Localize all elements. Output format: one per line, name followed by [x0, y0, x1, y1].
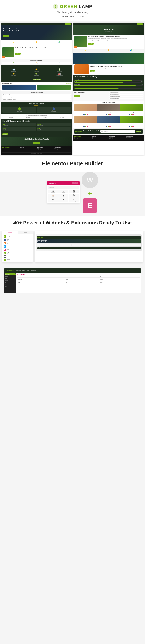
social-fb-3[interactable]: [129, 114, 130, 115]
footer-col2-item2[interactable]: About: [20, 150, 36, 150]
elementor-search[interactable]: Search Widget...: [48, 186, 79, 189]
faq-item-3[interactable]: What are benefits of wind energy?: [3, 98, 71, 100]
social-fb-6[interactable]: [129, 126, 130, 127]
widget-image-gallery[interactable]: ⊟ Image Gallery: [69, 198, 79, 202]
sc2-stat-solar-label: Solar Panel: [97, 52, 119, 52]
team-grid-row1: Mark Hobs Solar Expert Rebecca Joy Wind …: [74, 104, 142, 115]
faq-item-1[interactable]: What is renewable energy?: [3, 94, 71, 96]
sc1-footer: GREEN LAMP Solar & renewable energy serv…: [1, 146, 72, 155]
sidebar-dashboard[interactable]: Dashboard: [5, 274, 16, 275]
newsletter-submit-btn[interactable]: Subscribe: [136, 130, 141, 132]
social-ig-1[interactable]: [87, 114, 88, 115]
social-fb-5[interactable]: [106, 126, 107, 127]
hero-btn[interactable]: Read More: [3, 35, 9, 37]
widget-text-editor[interactable]: T Text Editor: [58, 190, 68, 194]
admin-nav-pages[interactable]: Pages: [22, 270, 25, 271]
cta-btn[interactable]: Get A Quote: [33, 142, 40, 144]
tab-elements[interactable]: Elements: [2, 231, 18, 234]
widget-row-text[interactable]: T Text Editor Basic: [3, 245, 32, 248]
footer-col2-item3[interactable]: Services: [20, 150, 36, 151]
widget-row-video[interactable]: Video Basic: [3, 248, 32, 252]
about-sub-btn[interactable]: Read More: [15, 53, 21, 54]
social-fb-1[interactable]: [83, 114, 84, 115]
social-ig-4[interactable]: [87, 126, 88, 127]
sidebar-media[interactable]: Media: [5, 280, 16, 282]
check-icon-3: ✓: [104, 40, 105, 40]
faq2-item-3[interactable]: What are wind energy benefits?: [109, 96, 143, 97]
widget-video-type: Basic: [7, 250, 9, 251]
faq2-item-2[interactable]: How does solar panel work?: [109, 94, 143, 95]
admin-main: GreenLamp Name Status Date Home Page Act…: [16, 272, 141, 293]
sc2-footer2-item1[interactable]: Home: [92, 137, 108, 138]
widget-row-heading[interactable]: H Heading Pro: [3, 235, 32, 238]
widget-inner-section[interactable]: ⊞ Inner Section: [48, 190, 58, 194]
social-tw-4[interactable]: [85, 126, 86, 127]
social-fb-2[interactable]: [106, 114, 107, 115]
sidebar-settings[interactable]: Settings: [5, 286, 16, 288]
admin-nav-appearance[interactable]: Appearance: [31, 270, 36, 271]
widget-row-counter[interactable]: 9 Counter Pro: [3, 258, 32, 262]
progress-biomass-label: Biomass Energy 65%: [74, 86, 142, 88]
brand-3: Brand3: [43, 117, 47, 118]
social-ig-6[interactable]: [132, 126, 134, 127]
sc2-nav-quote-btn[interactable]: Get A Quote: [137, 23, 142, 25]
years-btn[interactable]: Learn More: [90, 70, 95, 72]
about-learn-more-btn[interactable]: Learn More: [88, 43, 94, 45]
sc2-footer-col-4: Contact Address info@example.com: [126, 136, 142, 140]
admin-nav-plugins[interactable]: Plugins: [26, 270, 29, 271]
faq2-item-1[interactable]: What is renewable energy?: [109, 92, 143, 93]
sc2-features: ✓ Eco Friendly Solution ✓ Highly Talente…: [88, 40, 142, 40]
footer-col2-item1[interactable]: Home: [20, 148, 36, 149]
widget-image[interactable]: 🖼 Image: [69, 190, 79, 194]
sidebar-appearance[interactable]: Appearance: [5, 284, 16, 286]
nav-link-about[interactable]: About: [86, 24, 88, 24]
faq2-item-4[interactable]: How to install solar panels?: [109, 98, 143, 100]
sidebar-plugins[interactable]: Plugins: [5, 282, 16, 284]
nav-link-home[interactable]: Home: [83, 24, 85, 24]
newsletter-input[interactable]: Enter your email: [100, 130, 135, 133]
header: GREEN LAMP Gardening & Landscaping WordP…: [0, 0, 145, 21]
faq2-btn[interactable]: Contact Us: [74, 95, 80, 97]
widget-row-image[interactable]: Image Basic: [3, 242, 32, 245]
widget-icon[interactable]: ★ Icon: [58, 198, 68, 202]
sc2-footer2-item2[interactable]: About: [92, 138, 108, 139]
services-btn[interactable]: View All Services: [33, 78, 40, 80]
widget-button[interactable]: 🔘 Button: [69, 194, 79, 198]
team-role-3: Energy Consultant: [120, 113, 142, 114]
social-ig-5[interactable]: [109, 126, 111, 127]
check-icon-1: ✓: [88, 40, 88, 40]
social-tw-1[interactable]: [85, 114, 86, 115]
nav-quote-btn[interactable]: Get A Quote: [65, 23, 71, 25]
widget-image-box[interactable]: 🖼 Image Box: [48, 198, 58, 202]
feature-3: ✓ 24/7 Support Available: [104, 40, 112, 40]
nav-link-services[interactable]: Services: [88, 24, 92, 24]
social-tw-6[interactable]: [131, 126, 132, 127]
social-ig-3[interactable]: [132, 114, 134, 115]
faq-item-2[interactable]: How does solar energy work?: [3, 96, 71, 98]
widget-row-iconbox[interactable]: Icon Box Pro: [3, 252, 32, 255]
widget-iconbox-icon: [4, 252, 6, 254]
widget-video-icon: [4, 249, 6, 251]
sc2-faq-left: Have A Question? Contact Us: [74, 92, 108, 100]
widget-list: H Heading Pro Button Basic: [2, 234, 33, 262]
widget-video[interactable]: ▶ Video: [58, 194, 68, 198]
social-tw-3[interactable]: [131, 114, 132, 115]
social-ig-2[interactable]: [109, 114, 111, 115]
service-solar2-icon: 🌱: [26, 72, 48, 75]
counter-btn[interactable]: Contact Us: [3, 133, 8, 135]
social-tw-2[interactable]: [108, 114, 109, 115]
admin-nav-dashboard[interactable]: Dashboard: [16, 270, 21, 271]
tab-global[interactable]: Global: [18, 231, 33, 234]
screenshots-grid: Get A Quote Solar & Renewable Energy For…: [0, 21, 145, 156]
widget-label-icon: Icon: [59, 201, 68, 202]
widget-row-button[interactable]: Button Basic: [3, 238, 32, 242]
social-tw-5[interactable]: [108, 126, 109, 127]
widget-row-carousel[interactable]: Image Carousel Pro: [3, 255, 32, 258]
solar-icon: ☀️: [26, 41, 47, 43]
sidebar-pages[interactable]: Pages: [5, 276, 16, 277]
sidebar-posts[interactable]: Posts: [5, 278, 16, 280]
work-link[interactable]: View All Work: [66, 83, 71, 84]
social-fb-4[interactable]: [83, 126, 84, 127]
sc2-team-section: Meet Our Expert Team Mark Hobs Solar Exp…: [73, 101, 144, 128]
widget-text-editor2[interactable]: 📋 Text Editor: [48, 194, 58, 198]
